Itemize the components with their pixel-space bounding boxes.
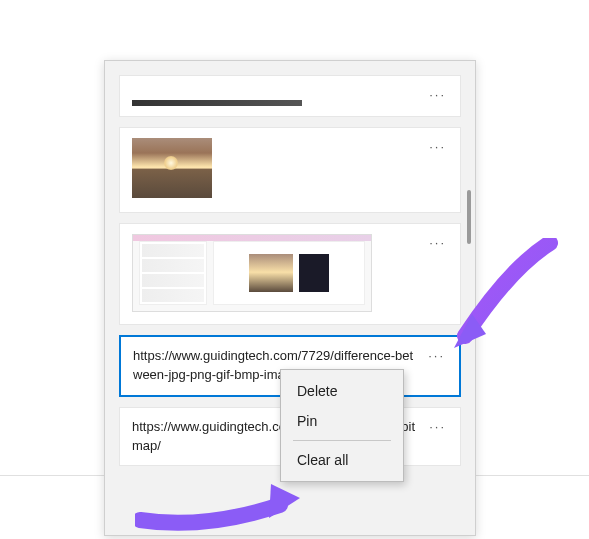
more-icon[interactable]: ··· bbox=[425, 138, 450, 155]
more-icon[interactable]: ··· bbox=[424, 347, 449, 364]
annotation-arrow-top bbox=[450, 238, 570, 358]
more-icon[interactable]: ··· bbox=[425, 86, 450, 103]
screenshot-thumbnail bbox=[132, 234, 372, 312]
menu-separator bbox=[293, 440, 391, 441]
menu-pin[interactable]: Pin bbox=[281, 406, 403, 436]
more-icon[interactable]: ··· bbox=[425, 418, 450, 435]
svg-marker-1 bbox=[269, 484, 300, 518]
more-icon[interactable]: ··· bbox=[425, 234, 450, 251]
context-menu: Delete Pin Clear all bbox=[280, 369, 404, 482]
annotation-arrow-bottom bbox=[135, 470, 315, 539]
clipboard-item-image[interactable]: ··· bbox=[119, 127, 461, 213]
menu-delete[interactable]: Delete bbox=[281, 376, 403, 406]
clipboard-item-partial[interactable]: ··· bbox=[119, 75, 461, 117]
image-thumbnail-sunset bbox=[132, 138, 212, 198]
thumb-partial bbox=[132, 100, 302, 106]
clipboard-item-screenshot[interactable]: ··· bbox=[119, 223, 461, 325]
